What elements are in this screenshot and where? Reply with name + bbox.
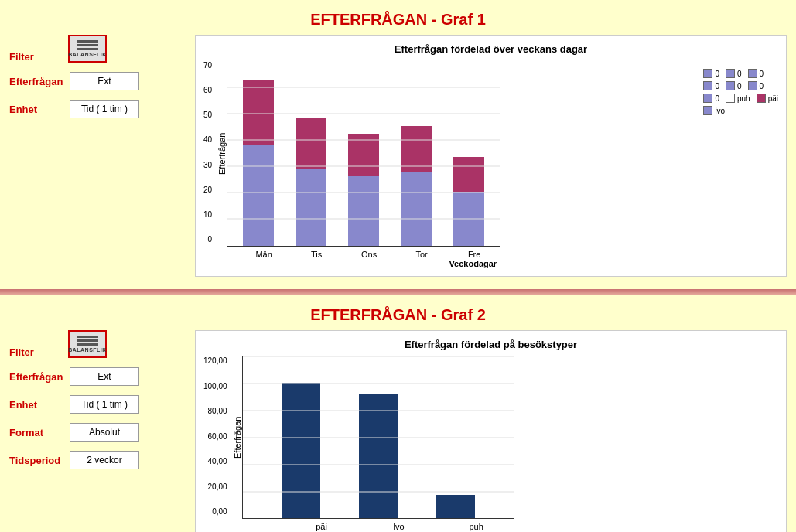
y-tick: 100,00: [203, 382, 227, 390]
x-label-pai: päi: [302, 522, 341, 531]
legend-row-4: lvo: [703, 106, 778, 115]
filter-row-format: Format Absolut: [9, 423, 187, 442]
legend-label: 0: [737, 82, 742, 90]
y-axis-label-2: Efterfrågan: [233, 356, 242, 519]
legend-label: päi: [768, 94, 778, 103]
section1-content: Filter BALANSFLIK Efterfrågan Ext Enhet …: [6, 35, 790, 283]
legend-item: 0: [703, 94, 719, 103]
balansflik-line: [77, 339, 98, 342]
enhet-button-1[interactable]: Tid ( 1 tim ): [70, 100, 139, 118]
efterfragan-label-1: Efterfrågan: [9, 76, 63, 87]
chart2-gridlines: [243, 356, 514, 518]
legend-item: 0: [726, 81, 742, 90]
y-axis-label-1: Efterfrågan: [217, 61, 227, 247]
legend-label: 0: [715, 70, 719, 78]
legend-item: puh: [726, 94, 750, 103]
balansflik-line: [77, 44, 98, 46]
balansflik-button-1[interactable]: BALANSFLIK: [68, 35, 107, 63]
balansflik-line: [77, 40, 98, 43]
chart2-container: Efterfrågan fördelad på besökstyper 120,…: [195, 330, 787, 532]
x-label-lvo: lvo: [380, 522, 418, 531]
legend-item: 0: [703, 81, 719, 90]
legend-item: päi: [757, 94, 778, 103]
legend-color: [726, 94, 735, 103]
enhet-label-2: Enhet: [9, 399, 63, 411]
enhet-button-2[interactable]: Tid ( 1 tim ): [70, 395, 139, 414]
section-divider: [0, 289, 796, 295]
filter-panel-2: Filter BALANSFLIK Efterfrågan Ext Enhet …: [9, 330, 187, 532]
legend-row-3: 0 puh päi: [703, 94, 778, 103]
filter-row-tidsperiod: Tidsperiod 2 veckor: [9, 451, 187, 469]
legend-item: 0: [703, 69, 719, 78]
legend-color: [703, 69, 712, 78]
y-tick: 0,00: [212, 507, 227, 516]
x-label-tor: Tor: [406, 250, 437, 259]
chart1-title: Efterfrågan fördelad över veckans dagar: [203, 43, 778, 55]
balansflik-line: [77, 343, 98, 346]
balansflik-lines-1: [77, 40, 98, 50]
balansflik-line: [77, 336, 98, 338]
legend-color: [748, 69, 757, 78]
y-tick: 10: [203, 210, 212, 219]
legend-color: [703, 106, 712, 115]
legend-item: 0: [726, 69, 742, 78]
balansflik-text-2: BALANSFLIK: [68, 347, 107, 353]
legend-color: [703, 81, 712, 90]
format-label: Format: [9, 427, 63, 438]
balansflik-lines-2: [77, 336, 98, 346]
filter-row-top-1: Filter BALANSFLIK: [9, 35, 187, 63]
filter-label-1: Filter: [9, 51, 63, 63]
legend-color: [757, 94, 766, 103]
chart1-gridlines: [227, 61, 500, 246]
tidsperiod-label: Tidsperiod: [9, 455, 63, 466]
x-label-mon: Mån: [248, 250, 279, 259]
legend-color: [726, 69, 735, 78]
legend-item: 0: [748, 81, 764, 90]
format-button[interactable]: Absolut: [70, 423, 139, 442]
filter-panel-1: Filter BALANSFLIK Efterfrågan Ext Enhet …: [9, 35, 187, 277]
filter-row-efterfragan-1: Efterfrågan Ext: [9, 72, 187, 90]
y-tick: 80,00: [208, 407, 227, 415]
section2-title: EFTERFRÅGAN - Graf 2: [6, 302, 790, 330]
filter-row-efterfragan-2: Efterfrågan Ext: [9, 367, 187, 386]
legend-row-1: 0 0 0: [703, 69, 778, 78]
x-label-ons: Ons: [354, 250, 384, 259]
filter-row-top-2: Filter BALANSFLIK: [9, 330, 187, 358]
legend-color: [726, 81, 735, 90]
chart2-title: Efterfrågan fördelad på besökstyper: [203, 339, 778, 350]
efterfragan-label-2: Efterfrågan: [9, 371, 63, 383]
legend-color: [703, 94, 712, 103]
legend-label: 0: [760, 70, 764, 78]
balansflik-text-1: BALANSFLIK: [68, 52, 107, 57]
legend-label: puh: [737, 94, 750, 103]
section2: EFTERFRÅGAN - Graf 2 Filter BALANSFLIK E…: [0, 295, 796, 532]
chart2-area: 120,00 100,00 80,00 60,00 40,00 20,00 0,…: [203, 356, 778, 532]
chart1-container: Efterfrågan fördelad över veckans dagar …: [195, 35, 787, 277]
legend-label: 0: [760, 82, 764, 90]
y-tick: 40,00: [208, 457, 227, 466]
tidsperiod-button[interactable]: 2 veckor: [70, 451, 139, 469]
filter-row-enhet-1: Enhet Tid ( 1 tim ): [9, 100, 187, 118]
x-label-fre: Fre: [459, 250, 490, 259]
y-tick: 0: [208, 235, 213, 244]
y-tick: 20: [203, 186, 212, 194]
x-label-puh: puh: [457, 522, 496, 531]
filter-row-enhet-2: Enhet Tid ( 1 tim ): [9, 395, 187, 414]
chart1-inner: Efterfrågan: [217, 61, 697, 268]
filter-label-2: Filter: [9, 346, 63, 358]
enhet-label-1: Enhet: [9, 104, 63, 115]
section2-content: Filter BALANSFLIK Efterfrågan Ext Enhet …: [6, 330, 790, 532]
legend-color: [748, 81, 757, 90]
balansflik-button-2[interactable]: BALANSFLIK: [68, 330, 107, 358]
chart2-inner: Efterfrågan: [233, 356, 778, 532]
legend-label: 0: [715, 94, 719, 103]
efterfragan-button-1[interactable]: Ext: [70, 72, 139, 90]
y-tick: 20,00: [208, 483, 227, 491]
y-tick: 60,00: [208, 432, 227, 441]
y-tick: 60: [203, 86, 212, 94]
efterfragan-button-2[interactable]: Ext: [70, 367, 139, 386]
legend-label: 0: [715, 82, 719, 90]
legend-item: lvo: [703, 106, 725, 115]
x-label-tis: Tis: [301, 250, 332, 259]
legend-row-2: 0 0 0: [703, 81, 778, 90]
